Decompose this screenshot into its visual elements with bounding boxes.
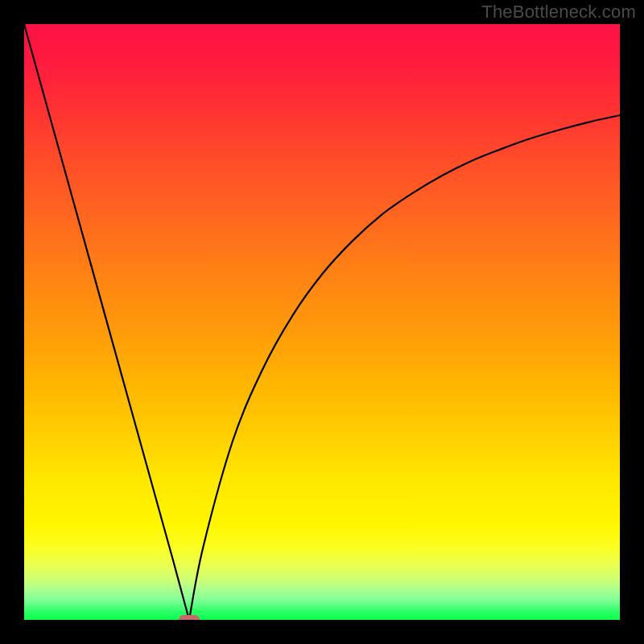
curve-path <box>24 24 620 620</box>
plot-area <box>24 24 620 620</box>
min-point-marker <box>179 615 200 620</box>
chart-frame: TheBottleneck.com <box>0 0 644 644</box>
bottleneck-curve <box>24 24 620 620</box>
watermark-text: TheBottleneck.com <box>481 2 636 23</box>
